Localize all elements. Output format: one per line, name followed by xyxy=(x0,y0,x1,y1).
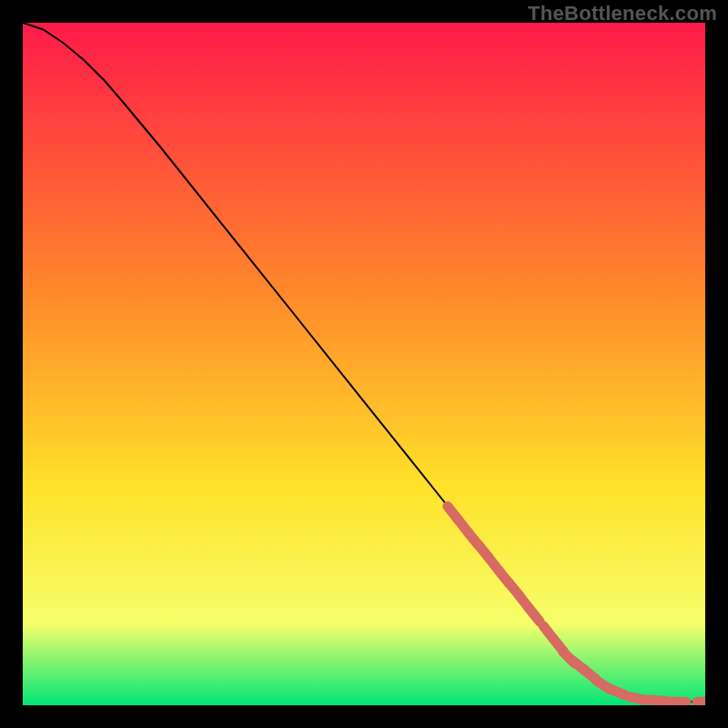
chart-plot xyxy=(23,23,705,705)
chart-svg xyxy=(23,23,705,705)
marker-point xyxy=(629,697,645,701)
marker-point xyxy=(609,689,624,695)
marker-point xyxy=(670,702,686,703)
gradient-backdrop xyxy=(23,23,705,705)
marker-point xyxy=(650,700,666,702)
chart-stage: TheBottleneck.com xyxy=(0,0,728,728)
